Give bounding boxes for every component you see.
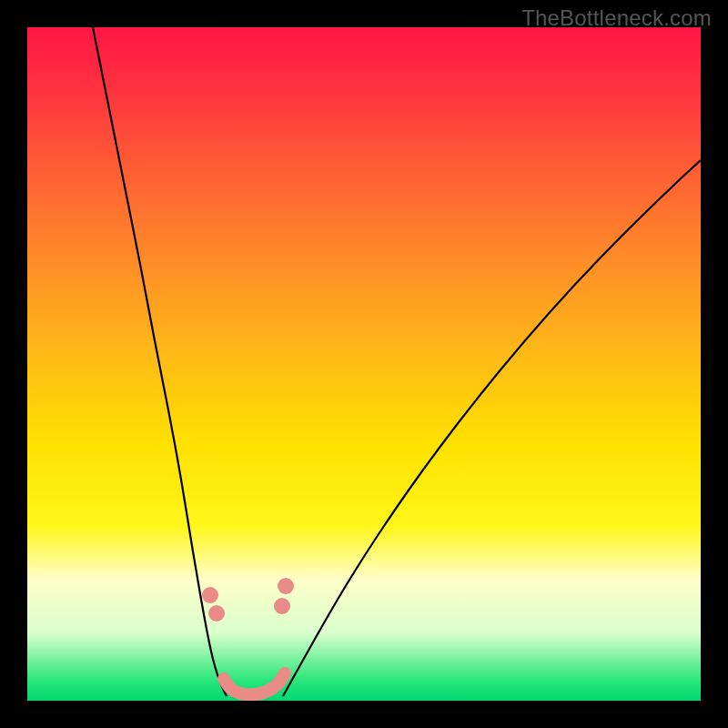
right-dot-upper [278, 578, 294, 594]
left-dot-lower [208, 605, 225, 622]
chart-svg [27, 27, 701, 701]
right-dot-lower [274, 598, 290, 614]
figure-frame: TheBottleneck.com [0, 0, 728, 728]
plot-area [27, 27, 701, 701]
left-dot-upper [202, 587, 218, 603]
watermark-text: TheBottleneck.com [521, 5, 712, 31]
marker-dots-group [202, 578, 294, 622]
valley-highlight [224, 673, 285, 694]
curve-right-arm [283, 160, 701, 696]
